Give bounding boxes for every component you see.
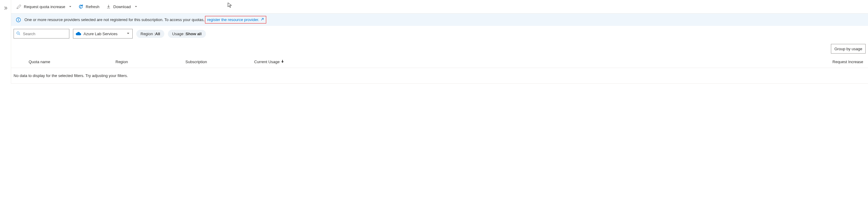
chevron-down-icon: [69, 5, 72, 8]
usage-filter-pill[interactable]: Usage : Show all: [168, 30, 206, 38]
request-quota-increase-button[interactable]: Request quota increase: [13, 2, 75, 11]
register-provider-link[interactable]: register the resource provider.: [205, 16, 266, 24]
service-selected-label: Azure Lab Services: [84, 32, 118, 36]
service-dropdown[interactable]: Azure Lab Services: [73, 29, 133, 38]
info-icon: [16, 17, 21, 22]
svg-point-1: [18, 19, 19, 19]
toolbar: Request quota increase Refresh Download: [11, 0, 868, 13]
filter-row: Azure Lab Services Region : All Usage : …: [11, 26, 868, 41]
region-value: All: [155, 32, 160, 36]
download-button[interactable]: Download: [103, 2, 141, 11]
request-quota-label: Request quota increase: [24, 4, 65, 9]
chevron-down-icon: [126, 32, 130, 36]
empty-state-message: No data to display for the selected filt…: [11, 68, 868, 84]
sort-down-icon: [281, 60, 284, 64]
info-banner: One or more resource providers selected …: [11, 13, 868, 26]
column-request-increase[interactable]: Request Increase: [832, 60, 866, 64]
cloud-icon: [76, 31, 81, 36]
column-region[interactable]: Region: [116, 60, 185, 64]
expand-sidebar-button[interactable]: [0, 0, 11, 84]
refresh-label: Refresh: [86, 4, 99, 9]
usage-value: Show all: [186, 32, 202, 36]
current-usage-label: Current Usage: [254, 60, 280, 64]
usage-label: Usage :: [172, 32, 186, 36]
group-by-label: Group by usage: [834, 47, 862, 51]
region-label: Region :: [141, 32, 155, 36]
refresh-button[interactable]: Refresh: [75, 2, 102, 11]
external-link-icon: [260, 17, 264, 22]
search-input-wrapper[interactable]: [13, 29, 69, 38]
refresh-icon: [79, 4, 83, 9]
group-by-dropdown[interactable]: Group by usage: [831, 44, 866, 54]
chevron-down-icon: [134, 5, 137, 8]
column-quota-name[interactable]: Quota name: [13, 60, 116, 64]
column-subscription[interactable]: Subscription: [185, 60, 254, 64]
column-current-usage[interactable]: Current Usage: [254, 60, 832, 64]
table-header: Quota name Region Subscription Current U…: [11, 56, 868, 68]
svg-point-3: [17, 32, 19, 34]
banner-message: One or more resource providers selected …: [24, 17, 205, 22]
svg-rect-2: [18, 19, 19, 21]
search-icon: [16, 31, 21, 36]
download-icon: [106, 4, 111, 9]
chevron-double-right-icon: [4, 7, 8, 11]
pencil-icon: [17, 4, 22, 9]
region-filter-pill[interactable]: Region : All: [136, 30, 164, 38]
search-input[interactable]: [23, 32, 67, 36]
download-label: Download: [113, 4, 131, 9]
register-link-label: register the resource provider.: [207, 17, 259, 22]
